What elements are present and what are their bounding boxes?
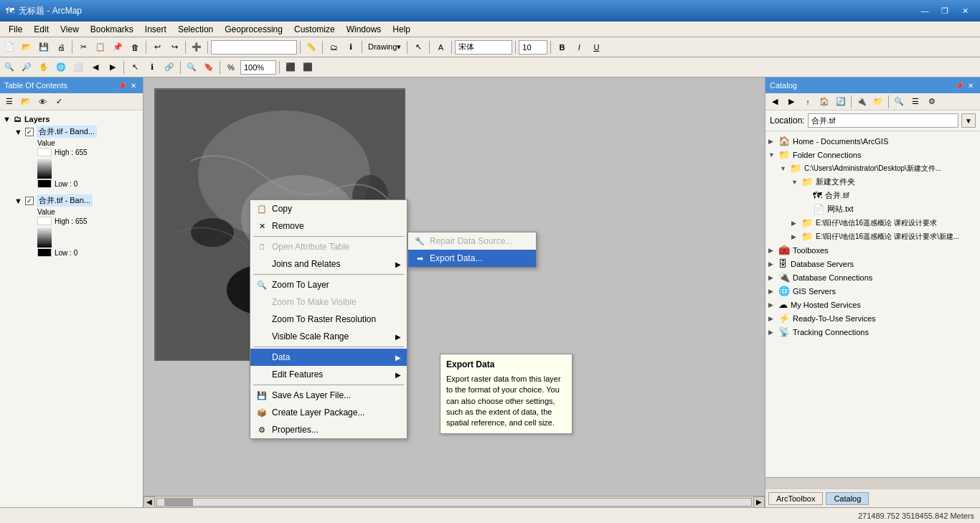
- measure-btn[interactable]: 📏: [303, 39, 319, 55]
- close-button[interactable]: ✕: [956, 4, 974, 18]
- cut-btn[interactable]: ✂: [75, 39, 91, 55]
- delete-btn[interactable]: 🗑: [127, 39, 143, 55]
- tree-merged-tif[interactable]: ▶ 🗺 合并.tif: [803, 189, 977, 202]
- ctx-joins[interactable]: Joins and Relates ▶: [250, 255, 407, 273]
- tree-hosted-services[interactable]: ▶ ☁ My Hosted Services: [768, 298, 977, 311]
- menu-insert[interactable]: Insert: [139, 23, 172, 36]
- title-bar-controls[interactable]: — ❐ ✕: [915, 4, 974, 18]
- catalog-close-btn[interactable]: ✕: [966, 80, 976, 90]
- ctx-copy[interactable]: 📋 Copy: [250, 200, 407, 217]
- cursor-btn[interactable]: ↖: [410, 39, 426, 55]
- menu-geoprocessing[interactable]: Geoprocessing: [219, 23, 288, 36]
- bold-btn[interactable]: B: [554, 39, 570, 55]
- redo-btn[interactable]: ↪: [166, 39, 182, 55]
- undo-btn[interactable]: ↩: [149, 39, 165, 55]
- catalog-new-btn[interactable]: 📁: [870, 94, 886, 110]
- scroll-right-btn[interactable]: ▶: [753, 496, 765, 508]
- tree-toolboxes[interactable]: ▶ 🧰 Toolboxes: [768, 243, 977, 257]
- text-btn[interactable]: A: [433, 39, 448, 55]
- menu-customize[interactable]: Customize: [288, 23, 341, 36]
- zoom-pct-btn[interactable]: %: [223, 60, 239, 75]
- next-extent-btn[interactable]: ▶: [105, 60, 121, 75]
- ctx-data[interactable]: Data ▶: [250, 349, 407, 366]
- scale-input[interactable]: 1:2,500,000: [211, 40, 297, 55]
- save-btn[interactable]: 💾: [36, 39, 52, 55]
- catalog-header-btns[interactable]: 📌 ✕: [954, 80, 976, 90]
- tree-website-txt[interactable]: ▶ 📄 网站.txt: [803, 202, 977, 216]
- tree-db-connections[interactable]: ▶ 🔌 Database Connections: [768, 270, 977, 284]
- select-btn[interactable]: ↖: [127, 60, 143, 75]
- tree-e-course2[interactable]: ▶ 📁 E:\阳仔\地信16遥感概论 课程设计要求\新建...: [791, 230, 977, 243]
- catalog-pin-btn[interactable]: 📌: [954, 80, 964, 90]
- menu-selection[interactable]: Selection: [172, 23, 219, 36]
- scroll-track[interactable]: [156, 498, 752, 506]
- map-scroll-horizontal[interactable]: ◀ ▶: [143, 496, 765, 507]
- zoom-out-btn[interactable]: 🔎: [19, 60, 34, 75]
- zoom-input[interactable]: [240, 60, 276, 75]
- ctx-visible-scale[interactable]: Visible Scale Range ▶: [250, 328, 407, 345]
- full-extent-btn[interactable]: ⬜: [70, 60, 86, 75]
- catalog-connect-btn[interactable]: 🔌: [854, 94, 870, 110]
- info-btn[interactable]: ℹ: [144, 60, 160, 75]
- copy-btn[interactable]: 📋: [93, 39, 108, 55]
- underline-btn[interactable]: U: [588, 39, 604, 55]
- catalog-options-btn[interactable]: ⚙: [924, 94, 940, 110]
- location-input[interactable]: [808, 113, 958, 128]
- scroll-left-btn[interactable]: ◀: [143, 496, 155, 508]
- menu-help[interactable]: Help: [387, 23, 416, 36]
- fontsize-input[interactable]: [519, 40, 547, 55]
- prev-extent-btn[interactable]: ◀: [88, 60, 103, 75]
- tree-e-course1[interactable]: ▶ 📁 E:\阳仔\地信16遥感概论 课程设计要求: [791, 216, 977, 230]
- map-container[interactable]: 📋 Copy ✕ Remove 🗒 Open Attribute Table: [143, 77, 765, 496]
- layout-prev[interactable]: ⬛: [283, 60, 298, 75]
- maximize-button[interactable]: ❐: [936, 4, 954, 18]
- hyperlink-btn[interactable]: 🔗: [161, 60, 177, 75]
- layers-btn[interactable]: 🗂: [326, 39, 341, 55]
- ctx-save-layer[interactable]: 💾 Save As Layer File...: [250, 387, 407, 404]
- catalog-forward-btn[interactable]: ▶: [783, 94, 799, 110]
- catalog-scroll[interactable]: [765, 477, 980, 489]
- catalog-view-btn[interactable]: ☰: [908, 94, 923, 110]
- add-data-btn[interactable]: ➕: [189, 39, 204, 55]
- toc-header-buttons[interactable]: 📌 ✕: [117, 80, 138, 90]
- toc-close-btn[interactable]: ✕: [128, 80, 138, 90]
- identify-btn[interactable]: ℹ: [343, 39, 359, 55]
- submenu-export[interactable]: ➡ Export Data...: [408, 250, 536, 267]
- catalog-refresh-btn[interactable]: 🔄: [833, 94, 849, 110]
- toc-vis-btn[interactable]: 👁: [34, 94, 50, 110]
- menu-edit[interactable]: Edit: [28, 23, 55, 36]
- ctx-remove[interactable]: ✕ Remove: [250, 217, 407, 235]
- find-btn[interactable]: 🔍: [184, 60, 199, 75]
- catalog-up-btn[interactable]: ↑: [800, 94, 816, 110]
- tree-tracking[interactable]: ▶ 📡 Tracking Connections: [768, 325, 977, 339]
- layer1-checkbox[interactable]: ✓: [25, 128, 34, 136]
- layout-next[interactable]: ⬛: [300, 60, 316, 75]
- menu-windows[interactable]: Windows: [341, 23, 387, 36]
- tree-folder-connections[interactable]: ▼ 📁 Folder Connections: [768, 148, 977, 161]
- open-btn[interactable]: 📂: [19, 39, 34, 55]
- ctx-zoom-layer[interactable]: 🔍 Zoom To Layer: [250, 276, 407, 293]
- catalog-back-btn[interactable]: ◀: [767, 94, 783, 110]
- menu-view[interactable]: View: [55, 23, 85, 36]
- toc-source-btn[interactable]: 📂: [18, 94, 34, 110]
- ctx-properties[interactable]: ⚙ Properties...: [250, 421, 407, 438]
- new-btn[interactable]: 📄: [1, 39, 17, 55]
- catalog-search-btn[interactable]: 🔍: [891, 94, 907, 110]
- layer2-checkbox[interactable]: ✓: [25, 197, 34, 205]
- menu-file[interactable]: File: [3, 23, 28, 36]
- tree-new-folder[interactable]: ▼ 📁 新建文件夹: [791, 175, 977, 189]
- tree-desktop-folder[interactable]: ▼ 📁 C:\Users\Administrator\Desktop\新建文件.…: [780, 161, 977, 175]
- minimize-button[interactable]: —: [915, 4, 934, 18]
- location-go-btn[interactable]: ▼: [961, 113, 976, 128]
- italic-btn[interactable]: I: [571, 39, 587, 55]
- tab-arctoolbox[interactable]: ArcToolbox: [768, 492, 823, 505]
- ctx-edit-features[interactable]: Edit Features ▶: [250, 366, 407, 383]
- ctx-create-package[interactable]: 📦 Create Layer Package...: [250, 404, 407, 421]
- globe-btn[interactable]: 🌐: [53, 60, 69, 75]
- tree-db-servers[interactable]: ▶ 🗄 Database Servers: [768, 257, 977, 270]
- bookmark-btn[interactable]: 🔖: [201, 60, 217, 75]
- tab-catalog[interactable]: Catalog: [826, 492, 869, 505]
- tree-gis-servers[interactable]: ▶ 🌐 GIS Servers: [768, 284, 977, 298]
- paste-btn[interactable]: 📌: [110, 39, 126, 55]
- catalog-home-btn[interactable]: 🏠: [816, 94, 832, 110]
